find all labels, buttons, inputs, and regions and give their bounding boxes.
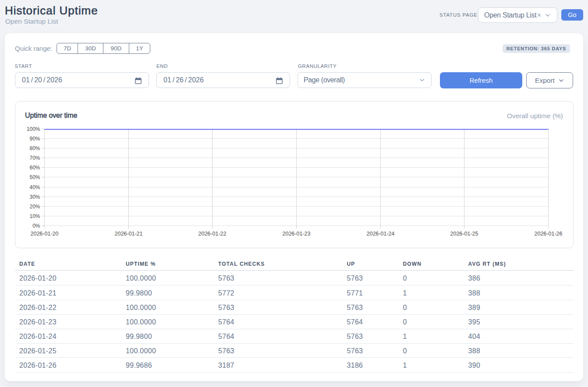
svg-text:10%: 10% — [29, 213, 40, 219]
svg-text:30%: 30% — [29, 194, 40, 200]
svg-text:2026-01-26: 2026-01-26 — [534, 230, 562, 236]
svg-text:90%: 90% — [29, 135, 40, 141]
svg-text:40%: 40% — [29, 184, 40, 190]
svg-text:50%: 50% — [29, 174, 40, 180]
svg-text:60%: 60% — [29, 164, 40, 170]
svg-text:2026-01-25: 2026-01-25 — [450, 230, 478, 236]
svg-text:2026-01-22: 2026-01-22 — [198, 230, 226, 236]
svg-text:0%: 0% — [32, 222, 40, 229]
svg-text:100%: 100% — [26, 126, 40, 132]
svg-text:20%: 20% — [29, 203, 40, 209]
svg-text:2026-01-24: 2026-01-24 — [366, 230, 394, 236]
svg-text:2026-01-23: 2026-01-23 — [282, 230, 310, 236]
svg-text:70%: 70% — [29, 155, 40, 161]
svg-text:2026-01-20: 2026-01-20 — [30, 230, 58, 236]
svg-text:2026-01-21: 2026-01-21 — [114, 230, 142, 236]
svg-text:80%: 80% — [29, 145, 40, 151]
